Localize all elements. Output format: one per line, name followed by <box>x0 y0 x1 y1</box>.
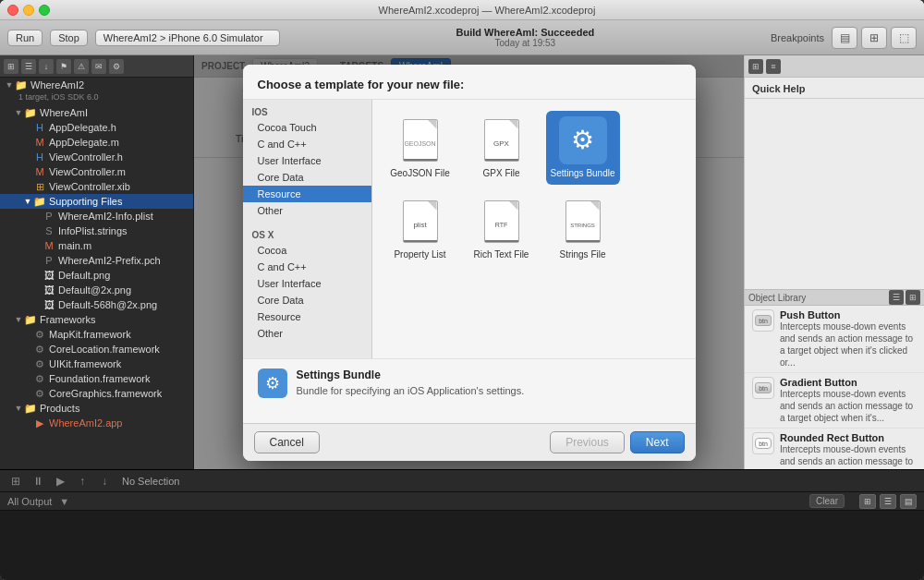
sidebar-item-mapkit[interactable]: ⚙ MapKit.framework <box>0 327 193 342</box>
lib-list-icon[interactable]: ☰ <box>889 290 904 305</box>
template-rich-text[interactable]: RTF Rich Text File <box>465 192 539 266</box>
sidebar-item-default-2x-png[interactable]: 🖼 Default@2x.png <box>0 283 193 297</box>
sidebar-item-viewcontroller-h[interactable]: H ViewController.h <box>0 150 193 164</box>
sidebar-icon-4[interactable]: ⚑ <box>56 59 71 74</box>
template-settings-bundle[interactable]: Settings Bundle <box>546 111 620 185</box>
sidebar-item-supporting-files[interactable]: ▼ 📁 Supporting Files <box>0 194 193 209</box>
push-button-title: Push Button <box>780 309 917 320</box>
output-view-icon-1[interactable]: ⊞ <box>859 494 876 509</box>
console-icon-2[interactable]: ⏸ <box>30 473 46 489</box>
nav-other[interactable]: Other <box>243 202 371 219</box>
breakpoints-label: Breakpoints <box>771 32 824 43</box>
nav-c-cpp[interactable]: C and C++ <box>243 136 371 152</box>
output-view-icon-2[interactable]: ☰ <box>880 494 896 509</box>
organizer-button[interactable]: ⬚ <box>891 27 917 49</box>
gradient-button-icon: btn <box>752 377 774 399</box>
rp-icon-1[interactable]: ⊞ <box>748 59 763 74</box>
view-button[interactable]: ⊞ <box>861 27 887 49</box>
scheme-selector[interactable]: WhereAmI2 > iPhone 6.0 Simulator <box>95 30 280 46</box>
editor-button[interactable]: ▤ <box>832 27 857 49</box>
sidebar-item-label: Foundation.framework <box>49 373 150 384</box>
sidebar-item-label: Products <box>40 403 79 414</box>
sidebar-item-label: CoreGraphics.framework <box>49 388 162 399</box>
sidebar-item-label: Frameworks <box>40 314 96 325</box>
project-subtitle: 1 target, iOS SDK 6.0 <box>0 92 193 105</box>
push-button-icon: btn <box>752 309 774 332</box>
sidebar-item-foundation[interactable]: ⚙ Foundation.framework <box>0 371 193 386</box>
maximize-button[interactable] <box>39 5 50 16</box>
no-selection-label: No Selection <box>122 476 179 487</box>
console-icon-5[interactable]: ↓ <box>96 473 113 489</box>
sidebar-item-prefix-pch[interactable]: P WhereAmI2-Prefix.pch <box>0 253 193 268</box>
sidebar-icon-2[interactable]: ☰ <box>21 59 36 74</box>
clear-button[interactable]: Clear <box>809 494 845 508</box>
sidebar-folder-whereaml[interactable]: ▼ 📁 WhereAmI <box>0 105 193 120</box>
sidebar-toolbar: ⊞ ☰ ↓ ⚑ ⚠ ✉ ⚙ <box>0 55 193 78</box>
cancel-button[interactable]: Cancel <box>254 431 320 453</box>
sidebar-item-info-plist[interactable]: P WhereAmI2-Info.plist <box>0 209 193 224</box>
sidebar-item-corelocation[interactable]: ⚙ CoreLocation.framework <box>0 342 193 356</box>
lib-grid-icon[interactable]: ⊞ <box>906 290 920 305</box>
sidebar-icon-1[interactable]: ⊞ <box>4 59 18 74</box>
sidebar-item-whereaml2-app[interactable]: ▶ WhereAmI2.app <box>0 416 193 430</box>
sidebar-item-default-568h-png[interactable]: 🖼 Default-568h@2x.png <box>0 297 193 312</box>
sidebar-item-label: Default@2x.png <box>58 284 131 296</box>
push-button-text: Push Button Intercepts mouse-down events… <box>780 309 917 369</box>
sidebar-icon-6[interactable]: ✉ <box>91 59 106 74</box>
sidebar-icon-3[interactable]: ↓ <box>39 59 54 74</box>
nav-user-interface[interactable]: User Interface <box>243 152 371 169</box>
sidebar-item-viewcontroller-m[interactable]: M ViewController.m <box>0 164 193 179</box>
sidebar-icon-7[interactable]: ⚙ <box>109 59 124 74</box>
console-icon-3[interactable]: ▶ <box>52 473 68 489</box>
nav-osx-other[interactable]: Other <box>243 325 371 342</box>
console-icon-4[interactable]: ↑ <box>74 473 91 489</box>
close-button[interactable] <box>7 5 18 16</box>
sidebar-item-label: AppDelegate.h <box>49 122 116 133</box>
sidebar-item-coregraphics[interactable]: ⚙ CoreGraphics.framework <box>0 386 193 401</box>
sidebar-folder-products[interactable]: ▼ 📁 Products <box>0 401 193 416</box>
run-button[interactable]: Run <box>7 30 43 46</box>
modal-header: Choose a template for your new file: <box>243 65 696 100</box>
sidebar-item-appdelegate-m[interactable]: M AppDelegate.m <box>0 135 193 150</box>
nav-resource[interactable]: Resource <box>243 186 371 202</box>
next-button[interactable]: Next <box>630 431 685 453</box>
minimize-button[interactable] <box>23 5 34 16</box>
main-area: ⊞ ☰ ↓ ⚑ ⚠ ✉ ⚙ ▼ 📁 WhereAmI2 1 target, iO… <box>0 55 924 469</box>
sidebar-item-label: ViewController.m <box>49 166 126 177</box>
rounded-rect-button-text: Rounded Rect Button Intercepts mouse-dow… <box>780 432 917 469</box>
desc-text: Settings Bundle Bundle for specifying an… <box>297 369 681 398</box>
property-list-icon: plist <box>396 198 444 246</box>
nav-osx-core-data[interactable]: Core Data <box>243 292 371 308</box>
ios-header: iOS <box>243 103 371 119</box>
rp-icon-2[interactable]: ≡ <box>766 59 781 74</box>
output-view-icon-3[interactable]: ▤ <box>900 494 917 509</box>
project-icon: 📁 <box>15 79 28 91</box>
console-icon-1[interactable]: ⊞ <box>7 473 24 489</box>
sidebar-item-appdelegate-h[interactable]: H AppDelegate.h <box>0 120 193 135</box>
sidebar-item-label: WhereAmI <box>40 107 88 118</box>
template-strings-file[interactable]: STRINGS Strings File <box>546 192 620 266</box>
project-root[interactable]: ▼ 📁 WhereAmI2 <box>0 78 193 92</box>
nav-osx-cocoa[interactable]: Cocoa <box>243 242 371 259</box>
sidebar-icon-5[interactable]: ⚠ <box>74 59 89 74</box>
previous-button[interactable]: Previous <box>550 431 625 453</box>
nav-osx-user-interface[interactable]: User Interface <box>243 275 371 292</box>
sidebar-item-infoplist-strings[interactable]: S InfoPlist.strings <box>0 224 193 238</box>
sidebar-item-default-png[interactable]: 🖼 Default.png <box>0 268 193 283</box>
view-icon: ⊞ <box>869 31 879 44</box>
nav-cocoa-touch[interactable]: Cocoa Touch <box>243 119 371 136</box>
nav-osx-c-cpp[interactable]: C and C++ <box>243 259 371 275</box>
template-property-list[interactable]: plist Property List <box>383 192 457 266</box>
stop-button[interactable]: Stop <box>50 30 88 46</box>
nav-osx-resource[interactable]: Resource <box>243 308 371 325</box>
template-gpx[interactable]: GPX GPX File <box>465 111 539 185</box>
sidebar-item-main-m[interactable]: M main.m <box>0 238 193 253</box>
sidebar-item-viewcontroller-xib[interactable]: ⊞ ViewController.xib <box>0 179 193 194</box>
sidebar-item-label: WhereAmI2.app <box>49 417 122 429</box>
sidebar-item-uikit[interactable]: ⚙ UIKit.framework <box>0 356 193 371</box>
lib-item-push-button: btn Push Button Intercepts mouse-down ev… <box>745 306 924 373</box>
output-label: All Output <box>7 496 52 507</box>
nav-core-data[interactable]: Core Data <box>243 169 371 186</box>
sidebar-folder-frameworks[interactable]: ▼ 📁 Frameworks <box>0 312 193 327</box>
template-geojson[interactable]: GEOJSON GeoJSON File <box>383 111 457 185</box>
